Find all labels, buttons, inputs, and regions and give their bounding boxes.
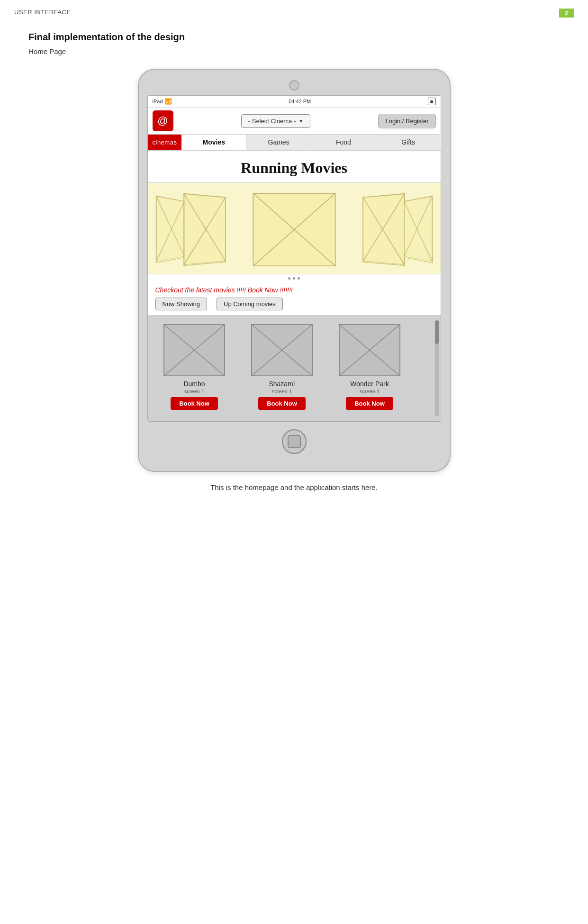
movie-name-wonder-park: Wonder Park <box>350 380 389 388</box>
device-label: iPad <box>153 99 163 104</box>
scrollbar-thumb[interactable] <box>435 320 439 344</box>
ipad-top-bar <box>147 80 441 95</box>
tab-games[interactable]: Games <box>246 135 311 150</box>
doc-content: Final implementation of the design Home … <box>0 18 588 510</box>
movie-thumbnail-shazam <box>251 324 313 376</box>
logo-icon: @ <box>157 115 168 127</box>
page-header: USER INTERFACE 2 <box>0 0 588 18</box>
tab-food[interactable]: Food <box>311 135 376 150</box>
promo-text: Checkout the latest movies !!!!! Book No… <box>155 286 433 294</box>
status-bar: iPad 📶 04:42 PM ■ <box>148 96 441 108</box>
dot-2[interactable] <box>293 277 295 280</box>
wifi-icon: 📶 <box>165 98 172 105</box>
movie-thumbnail-wonder-park <box>339 324 400 376</box>
svg-rect-3 <box>184 193 226 264</box>
carousel-dots <box>148 274 441 281</box>
tab-gifts[interactable]: Gifts <box>376 135 441 150</box>
status-left: iPad 📶 <box>153 98 172 105</box>
dropdown-arrow-icon: ▼ <box>299 118 303 124</box>
carousel-panel-far-left <box>155 196 184 263</box>
tab-movies[interactable]: Movies <box>181 135 246 150</box>
running-movies-title: Running Movies <box>148 159 441 177</box>
dot-1[interactable] <box>288 277 290 280</box>
ipad-bottom <box>147 422 441 457</box>
movie-screen-shazam: screen 1 <box>272 389 292 394</box>
book-now-button-dumbo[interactable]: Book Now <box>171 397 218 410</box>
login-register-button[interactable]: Login / Register <box>378 114 435 128</box>
movie-list-section: Dumbo screen 1 Book Now <box>148 316 441 421</box>
cinema-select-label: - Select Cinema - <box>248 118 296 125</box>
section-subtitle: Home Page <box>28 47 560 55</box>
carousel-panel-far-right <box>404 196 433 263</box>
dot-3[interactable] <box>298 277 300 280</box>
movie-card-shazam: Shazam! screen 1 Book Now <box>243 324 321 410</box>
cinema-dropdown[interactable]: - Select Cinema - ▼ <box>241 114 310 128</box>
page-number: 2 <box>559 9 574 18</box>
footer-caption: This is the homepage and the application… <box>28 483 560 491</box>
page-label: USER INTERFACE <box>14 9 71 16</box>
promo-bar: Checkout the latest movies !!!!! Book No… <box>148 281 441 316</box>
promo-buttons: Now Showing Up Coming movies <box>155 298 433 310</box>
cinema-select-container[interactable]: - Select Cinema - ▼ <box>178 114 374 128</box>
nav-bar: @ - Select Cinema - ▼ Login / Register <box>148 108 441 135</box>
svg-rect-0 <box>156 196 184 262</box>
battery-icon: ■ <box>428 98 436 105</box>
ipad-frame: iPad 📶 04:42 PM ■ @ - Select Cinema - ▼ <box>138 69 451 472</box>
movie-card-dumbo: Dumbo screen 1 Book Now <box>155 324 234 410</box>
movie-name-dumbo: Dumbo <box>183 380 205 388</box>
now-showing-button[interactable]: Now Showing <box>155 298 208 310</box>
home-button[interactable] <box>282 429 307 454</box>
carousel-area[interactable] <box>148 183 441 274</box>
movie-thumbnail-dumbo <box>163 324 225 376</box>
movie-card-wonder-park: Wonder Park screen 1 Book Now <box>331 324 409 410</box>
carousel-panel-mid-right <box>362 193 405 265</box>
movie-grid: Dumbo screen 1 Book Now <box>155 324 433 410</box>
section-title: Final implementation of the design <box>28 32 560 43</box>
book-now-button-shazam[interactable]: Book Now <box>258 397 306 410</box>
up-coming-movies-button[interactable]: Up Coming movies <box>217 298 283 310</box>
running-movies-header: Running Movies <box>148 151 441 183</box>
time-label: 04:42 PM <box>289 99 311 104</box>
logo-box: @ <box>153 110 173 131</box>
ipad-screen: iPad 📶 04:42 PM ■ @ - Select Cinema - ▼ <box>147 95 441 422</box>
ipad-camera <box>289 80 299 91</box>
brand-nav: cinemas Movies Games Food Gifts <box>148 135 441 151</box>
movie-name-shazam: Shazam! <box>269 380 295 388</box>
carousel-panels <box>153 191 436 267</box>
carousel-panel-mid-left <box>183 193 226 265</box>
scrollbar-track[interactable] <box>435 320 439 417</box>
movie-screen-wonder-park: screen 1 <box>360 389 380 394</box>
carousel-panel-center[interactable] <box>253 193 335 266</box>
brand-label: cinemas <box>148 135 182 150</box>
nav-tabs: Movies Games Food Gifts <box>181 135 440 150</box>
book-now-button-wonder-park[interactable]: Book Now <box>346 397 393 410</box>
movie-screen-dumbo: screen 1 <box>184 389 204 394</box>
home-button-inner <box>288 435 301 448</box>
